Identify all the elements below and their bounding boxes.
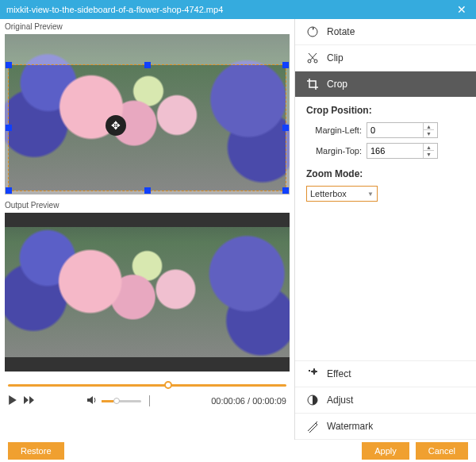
watermark-icon — [306, 420, 319, 433]
zoom-mode-heading: Zoom Mode: — [306, 168, 465, 179]
tool-watermark-label: Watermark — [327, 421, 373, 432]
window-title: mixkit-view-to-the-sideboard-of-a-flower… — [6, 5, 454, 14]
crop-handle-mr[interactable] — [282, 125, 289, 131]
output-preview — [5, 213, 290, 372]
zoom-mode-select[interactable]: Letterbox ▼ — [306, 186, 378, 202]
rotate-icon — [306, 25, 319, 38]
spinner-up-icon[interactable]: ▲ — [424, 123, 434, 130]
effect-icon — [306, 368, 319, 380]
tool-watermark[interactable]: Watermark — [295, 414, 476, 440]
crop-rectangle[interactable]: ✥ — [8, 64, 286, 191]
apply-button[interactable]: Apply — [362, 442, 409, 460]
tool-crop-label: Crop — [327, 79, 347, 90]
output-preview-label: Output Preview — [0, 198, 294, 213]
tool-effect[interactable]: Effect — [295, 360, 476, 387]
footer: Restore Apply Cancel — [0, 440, 476, 462]
original-preview-label: Original Preview — [0, 19, 294, 34]
close-icon[interactable]: ✕ — [454, 3, 470, 16]
tool-crop[interactable]: Crop — [295, 71, 476, 97]
tool-rotate[interactable]: Rotate — [295, 19, 476, 45]
crop-icon — [306, 78, 319, 90]
play-icon[interactable] — [8, 395, 17, 406]
timeline-slider[interactable] — [8, 379, 286, 391]
volume-icon[interactable] — [87, 395, 98, 406]
original-preview: ✥ — [5, 34, 290, 194]
right-panel: Rotate Clip Crop Crop Position: Margin-L… — [295, 19, 476, 440]
margin-left-field[interactable] — [367, 125, 423, 135]
scissors-icon — [306, 52, 319, 64]
crop-handle-bl[interactable] — [6, 187, 12, 194]
spinner-down-icon[interactable]: ▼ — [424, 130, 434, 137]
playback-controls: 00:00:06 / 00:00:09 — [0, 392, 294, 413]
timeline-thumb[interactable] — [164, 381, 172, 389]
volume-slider[interactable] — [102, 400, 141, 402]
crop-handle-ml[interactable] — [6, 125, 12, 131]
tool-adjust-label: Adjust — [327, 395, 353, 406]
volume-control[interactable] — [87, 395, 150, 406]
tool-clip[interactable]: Clip — [295, 45, 476, 71]
crop-settings-panel: Crop Position: Margin-Left: ▲▼ Margin-To… — [295, 97, 476, 360]
spinner-up-icon[interactable]: ▲ — [424, 144, 434, 151]
margin-left-input[interactable]: ▲▼ — [367, 122, 438, 138]
spinner-down-icon[interactable]: ▼ — [424, 151, 434, 158]
bottom-tools: Effect Adjust Watermark — [295, 360, 476, 440]
margin-top-field[interactable] — [367, 146, 423, 156]
main-area: Original Preview ✥ Output Preview — [0, 19, 476, 440]
crop-position-heading: Crop Position: — [306, 105, 465, 116]
margin-top-input[interactable]: ▲▼ — [367, 143, 438, 159]
left-panel: Original Preview ✥ Output Preview — [0, 19, 295, 440]
margin-top-label: Margin-Top: — [306, 146, 362, 156]
chevron-down-icon: ▼ — [367, 191, 374, 198]
output-image — [5, 227, 290, 357]
tool-effect-label: Effect — [327, 368, 351, 379]
time-display: 00:00:06 / 00:00:09 — [211, 396, 286, 406]
fast-forward-icon[interactable] — [24, 395, 35, 406]
crop-handle-tm[interactable] — [144, 62, 151, 68]
crop-handle-bm[interactable] — [144, 187, 151, 194]
title-bar: mixkit-view-to-the-sideboard-of-a-flower… — [0, 0, 476, 19]
tool-rotate-label: Rotate — [327, 26, 355, 37]
crop-handle-tl[interactable] — [6, 62, 12, 68]
margin-left-label: Margin-Left: — [306, 125, 362, 135]
crop-handle-br[interactable] — [282, 187, 289, 194]
zoom-mode-value: Letterbox — [310, 189, 347, 198]
adjust-icon — [306, 394, 319, 406]
tool-adjust[interactable]: Adjust — [295, 387, 476, 414]
restore-button[interactable]: Restore — [8, 442, 64, 460]
tool-clip-label: Clip — [327, 52, 344, 64]
crop-handle-tr[interactable] — [282, 62, 289, 68]
cancel-button[interactable]: Cancel — [416, 442, 468, 460]
